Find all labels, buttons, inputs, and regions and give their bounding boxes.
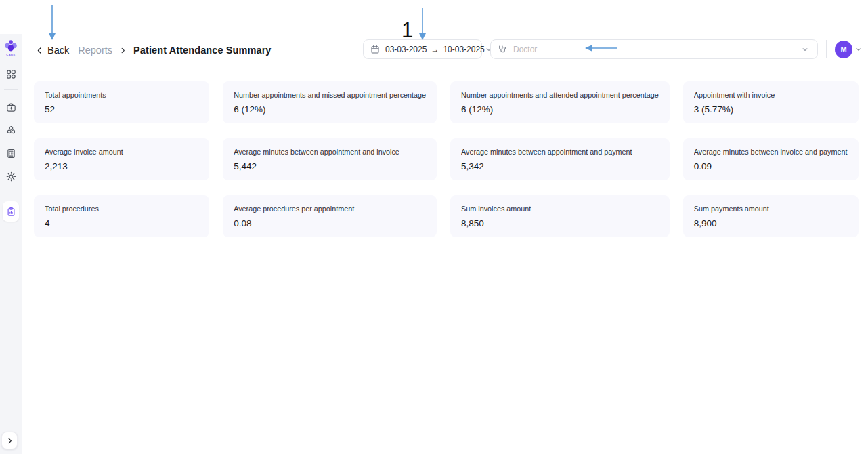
metric-card: Sum invoices amount 8,850 — [450, 195, 670, 237]
metric-card: Number appointments and attended appoint… — [450, 81, 670, 123]
sidebar-expand-button[interactable] — [1, 432, 18, 449]
metric-value: 6 (12%) — [461, 104, 659, 115]
organization-icon — [5, 125, 17, 136]
sidebar-item-dashboard[interactable] — [5, 68, 17, 80]
metric-value: 4 — [45, 218, 198, 228]
stethoscope-icon — [498, 45, 507, 54]
metric-label: Average minutes between appointment and … — [461, 148, 659, 157]
page-title: Patient Attendance Summary — [133, 45, 272, 56]
doctor-filter-placeholder: Doctor — [513, 45, 537, 54]
metric-card: Total appointments 52 — [34, 81, 209, 123]
metric-card: Number appointments and missed appointme… — [223, 81, 437, 123]
metric-card: Average minutes between appointment and … — [450, 138, 670, 180]
avatar[interactable]: M — [835, 41, 852, 58]
metric-label: Number appointments and attended appoint… — [461, 91, 659, 100]
medical-kit-icon — [5, 102, 17, 113]
metric-label: Average procedures per appointment — [234, 205, 426, 213]
metric-card: Average procedures per appointment 0.08 — [223, 195, 437, 237]
patient-attendance-summary-page: 1 CARE — [0, 0, 868, 473]
chevron-right-icon — [6, 437, 14, 445]
chevron-right-icon — [119, 47, 127, 54]
chevron-down-icon — [801, 45, 809, 54]
metric-card: Total procedures 4 — [34, 195, 209, 237]
metric-label: Total appointments — [45, 91, 198, 100]
calculator-icon — [5, 148, 17, 159]
metric-card: Appointment with invoice 3 (5.77%) — [683, 81, 859, 123]
annotation-arrow-back — [47, 5, 57, 41]
metric-value: 8,850 — [461, 218, 659, 228]
metric-label: Sum payments amount — [694, 205, 848, 213]
metric-label: Appointment with invoice — [694, 91, 848, 100]
annotation-arrow-doctor-filter — [585, 44, 617, 52]
metric-cards-grid: Total appointments 52 Number appointment… — [34, 81, 859, 237]
metric-label: Average minutes between invoice and paym… — [694, 148, 848, 157]
sidebar-divider — [4, 89, 18, 90]
date-range-end: 10-03-2025 — [443, 45, 484, 54]
date-range-picker[interactable]: 03-03-2025 → 10-03-2025 — [363, 39, 482, 59]
metric-label: Sum invoices amount — [461, 205, 659, 213]
metric-value: 0.08 — [234, 218, 426, 228]
chevron-left-icon — [35, 46, 44, 55]
sidebar-divider — [4, 192, 18, 192]
metric-card: Average minutes between invoice and paym… — [683, 138, 859, 180]
metric-card: Sum payments amount 8,900 — [683, 195, 859, 237]
logo-text: CARE — [6, 53, 15, 56]
care-logo-icon — [3, 39, 18, 52]
annotation-arrow-date-picker — [418, 8, 427, 41]
calendar-icon — [370, 45, 380, 54]
metric-value: 8,900 — [694, 218, 848, 228]
metric-value: 0.09 — [694, 161, 848, 171]
metric-label: Number appointments and missed appointme… — [234, 91, 426, 100]
metric-value: 3 (5.77%) — [694, 104, 848, 115]
settings-gear-icon — [5, 171, 17, 182]
metric-label: Average invoice amount — [45, 148, 198, 157]
chevron-down-icon[interactable] — [855, 46, 862, 53]
metric-label: Average minutes between appointment and … — [234, 148, 426, 157]
sidebar-item-settings[interactable] — [5, 171, 17, 182]
date-range-arrow: → — [431, 45, 439, 54]
back-label: Back — [47, 45, 69, 56]
dashboard-grid-icon — [5, 68, 17, 80]
metric-value: 2,213 — [45, 161, 198, 171]
header-divider — [826, 40, 827, 58]
breadcrumb: Back Reports Patient Attendance Summary — [35, 43, 272, 58]
app-logo[interactable]: CARE — [3, 39, 18, 56]
sidebar-item-medical-kit[interactable] — [5, 102, 17, 113]
sidebar-item-organization[interactable] — [5, 125, 17, 136]
metric-label: Total procedures — [45, 205, 198, 213]
doctor-filter[interactable]: Doctor — [490, 39, 818, 59]
clipboard-report-icon — [6, 207, 16, 217]
sidebar-item-billing[interactable] — [5, 148, 17, 159]
sidebar: CARE — [0, 34, 22, 454]
metric-value: 5,442 — [234, 161, 426, 171]
date-range-start: 03-03-2025 — [385, 45, 427, 54]
back-button[interactable]: Back — [35, 45, 69, 56]
metric-value: 6 (12%) — [234, 104, 426, 115]
metric-card: Average invoice amount 2,213 — [34, 138, 209, 180]
metric-card: Average minutes between appointment and … — [223, 138, 437, 180]
metric-value: 52 — [45, 104, 198, 115]
annotation-step-number: 1 — [402, 18, 413, 43]
breadcrumb-reports-link[interactable]: Reports — [78, 45, 112, 56]
metric-value: 5,342 — [461, 161, 659, 171]
sidebar-item-reports-active[interactable] — [3, 201, 19, 222]
